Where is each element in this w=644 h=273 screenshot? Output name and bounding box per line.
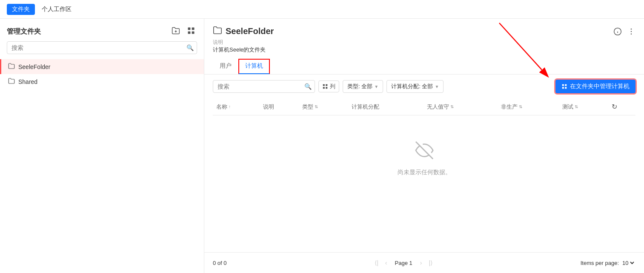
content-header-actions xyxy=(613,27,635,38)
toolbar-search-input[interactable] xyxy=(213,80,315,93)
view-grid-icon xyxy=(322,83,328,89)
view-toggle[interactable]: 列 xyxy=(318,80,339,92)
svg-rect-16 xyxy=(562,84,564,86)
more-icon xyxy=(627,27,635,36)
nav-item-folders[interactable]: 文件夹 xyxy=(7,4,35,15)
col-distribution: 计算机分配 xyxy=(348,98,424,115)
items-per-page-select[interactable]: 10 20 50 xyxy=(621,259,635,267)
page-label: Page 1 xyxy=(392,260,416,266)
sidebar-search-input[interactable] xyxy=(7,41,197,54)
col-test-label: 测试 xyxy=(562,103,573,111)
col-name-sort-icon: ↑ xyxy=(229,104,231,109)
svg-rect-5 xyxy=(192,32,195,34)
sidebar-item-shared-label: Shared xyxy=(18,78,37,85)
svg-rect-19 xyxy=(565,87,567,89)
sidebar-item-seele[interactable]: SeeleFolder xyxy=(0,59,204,74)
main-layout: 管理文件夹 xyxy=(0,19,644,273)
col-name: 名称 ↑ xyxy=(213,98,260,115)
svg-rect-2 xyxy=(188,28,191,30)
col-description: 说明 xyxy=(260,98,299,115)
sidebar-header: 管理文件夹 xyxy=(0,19,204,41)
folder-info: SeeleFolder 说明 计算机Seele的文件夹 xyxy=(213,26,274,54)
pagination: 0 of 0 ⟨| ‹ Page 1 › |⟩ Items per page: … xyxy=(204,252,644,273)
col-test: 测试 ⇅ xyxy=(559,98,608,115)
manage-btn-icon xyxy=(561,83,567,89)
col-name-sort[interactable]: 名称 ↑ xyxy=(216,103,231,111)
sidebar-item-seele-label: SeeleFolder xyxy=(18,63,51,70)
pagination-controls: ⟨| ‹ Page 1 › |⟩ xyxy=(372,258,435,268)
info-icon xyxy=(613,27,622,36)
folder-title: SeeleFolder xyxy=(226,26,274,36)
col-distribution-label: 计算机分配 xyxy=(352,103,379,110)
more-options-button[interactable] xyxy=(627,27,635,38)
items-per-page: Items per page: 10 20 50 xyxy=(581,259,635,267)
pagination-count: 0 of 0 xyxy=(213,260,227,266)
items-per-page-label: Items per page: xyxy=(581,260,619,266)
view-label: 列 xyxy=(330,83,335,90)
sidebar-search-icon: 🔍 xyxy=(186,44,194,51)
manage-computers-button[interactable]: 在文件夹中管理计算机 xyxy=(555,80,635,93)
folder-title-row: SeeleFolder xyxy=(213,26,274,37)
sidebar-list: SeeleFolder Shared xyxy=(0,59,204,273)
next-page-button[interactable]: › xyxy=(418,258,425,268)
data-table: 名称 ↑ 说明 类型 ⇅ xyxy=(213,98,635,115)
nav-item-workspace[interactable]: 个人工作区 xyxy=(37,4,77,15)
distribution-filter[interactable]: 计算机分配: 全部 ▼ xyxy=(386,80,444,93)
svg-point-11 xyxy=(631,34,632,35)
first-page-button[interactable]: ⟨| xyxy=(372,258,381,268)
sidebar-item-shared[interactable]: Shared xyxy=(0,74,204,89)
col-refresh: ↻ xyxy=(608,98,635,115)
col-unattended-label: 无人值守 xyxy=(427,103,449,111)
toolbar: 🔍 列 类型: 全部 ▼ 计算机分配: 全部 xyxy=(204,75,644,98)
info-button[interactable] xyxy=(613,27,622,38)
tab-users[interactable]: 用户 xyxy=(213,59,238,74)
table-container: 名称 ↑ 说明 类型 ⇅ xyxy=(204,98,644,252)
col-nonprod-sort[interactable]: 非生产 ⇅ xyxy=(501,103,522,111)
toolbar-search-icon: 🔍 xyxy=(304,83,312,90)
content-folder-icon xyxy=(213,26,222,37)
col-type-sort[interactable]: 类型 ⇅ xyxy=(302,103,318,111)
svg-rect-12 xyxy=(323,84,325,86)
svg-point-9 xyxy=(631,29,632,30)
col-unattended: 无人值守 ⇅ xyxy=(424,98,497,115)
last-page-button[interactable]: |⟩ xyxy=(426,258,435,268)
svg-rect-3 xyxy=(192,28,195,30)
grid-icon xyxy=(187,26,195,35)
folder-icon-shared xyxy=(8,78,15,86)
tabs: 用户 计算机 xyxy=(204,54,644,75)
svg-rect-13 xyxy=(326,84,327,86)
prev-page-button[interactable]: ‹ xyxy=(383,258,390,268)
col-name-label: 名称 xyxy=(216,103,227,111)
distribution-filter-label: 计算机分配: 全部 xyxy=(391,83,433,90)
tab-computers[interactable]: 计算机 xyxy=(238,59,270,74)
manage-btn-label: 在文件夹中管理计算机 xyxy=(570,83,630,90)
svg-rect-15 xyxy=(326,87,327,89)
sidebar-actions xyxy=(170,26,197,38)
table-header-row: 名称 ↑ 说明 类型 ⇅ xyxy=(213,98,635,115)
add-folder-icon xyxy=(172,26,180,35)
col-nonprod-sort-icon: ⇅ xyxy=(519,104,522,109)
table-head: 名称 ↑ 说明 类型 ⇅ xyxy=(213,98,635,115)
grid-view-button[interactable] xyxy=(185,26,197,38)
col-test-sort[interactable]: 测试 ⇅ xyxy=(562,103,578,111)
add-folder-button[interactable] xyxy=(170,26,182,38)
refresh-button[interactable]: ↻ xyxy=(612,103,617,111)
col-unattended-sort[interactable]: 无人值守 ⇅ xyxy=(427,103,454,111)
sidebar-search: 🔍 xyxy=(7,41,197,54)
sidebar-title: 管理文件夹 xyxy=(7,27,41,36)
type-filter[interactable]: 类型: 全部 ▼ xyxy=(343,80,383,93)
svg-rect-17 xyxy=(565,84,567,86)
sidebar: 管理文件夹 xyxy=(0,19,204,273)
col-type-sort-icon: ⇅ xyxy=(315,104,318,109)
description-label: 说明 xyxy=(213,39,274,46)
empty-icon xyxy=(415,141,434,164)
description-value: 计算机Seele的文件夹 xyxy=(213,46,274,54)
col-type: 类型 ⇅ xyxy=(299,98,348,115)
col-type-label: 类型 xyxy=(302,103,313,111)
type-filter-chevron: ▼ xyxy=(374,84,378,89)
distribution-filter-chevron: ▼ xyxy=(435,84,439,89)
toolbar-search: 🔍 xyxy=(213,80,315,93)
content: SeeleFolder 说明 计算机Seele的文件夹 xyxy=(204,19,644,273)
svg-point-10 xyxy=(631,31,632,32)
content-header: SeeleFolder 说明 计算机Seele的文件夹 xyxy=(204,19,644,54)
